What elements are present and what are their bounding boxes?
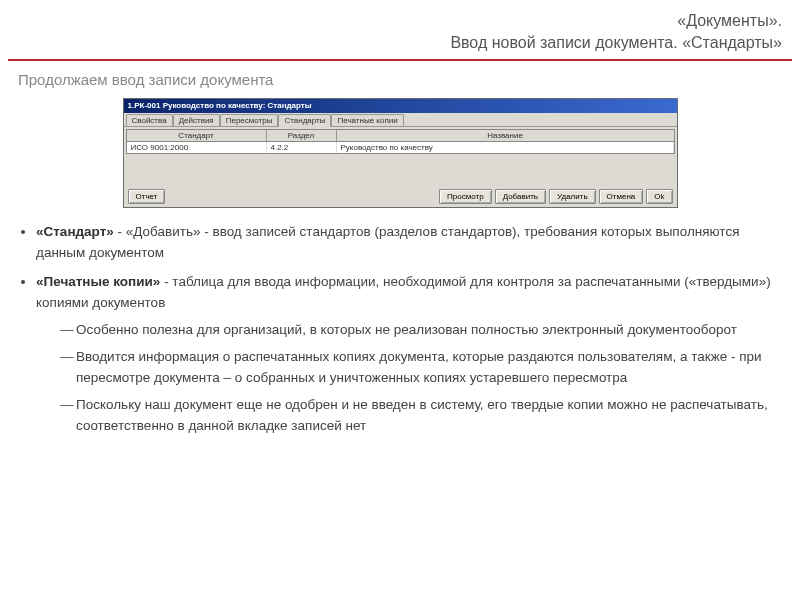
screenshot-container: 1.РК-001 Руководство по качеству: Станда… — [0, 98, 800, 208]
tab-properties[interactable]: Свойства — [126, 114, 173, 126]
sub-bullet-1: Особенно полезна для организаций, в кото… — [60, 320, 772, 341]
report-button[interactable]: Отчет — [128, 189, 166, 204]
table-row[interactable]: ИСО 9001:2000 4.2.2 Руководство по качес… — [127, 142, 674, 153]
bullet-2-label: «Печатные копии» — [36, 274, 160, 289]
bullet-1-text: - «Добавить» - ввод записей стандартов (… — [36, 224, 739, 260]
tab-actions[interactable]: Действия — [173, 114, 220, 126]
cancel-button[interactable]: Отмена — [599, 189, 644, 204]
ok-button[interactable]: Ok — [646, 189, 672, 204]
view-button[interactable]: Просмотр — [439, 189, 492, 204]
divider — [8, 59, 792, 61]
button-bar: Отчет Просмотр Добавить Удалить Отмена O… — [124, 186, 677, 207]
bullet-1: «Стандарт» - «Добавить» - ввод записей с… — [36, 222, 772, 264]
cell-name: Руководство по качеству — [337, 142, 674, 153]
add-button[interactable]: Добавить — [495, 189, 546, 204]
col-section[interactable]: Раздел — [267, 130, 337, 141]
subheading: Продолжаем ввод записи документа — [0, 71, 800, 98]
tab-printed-copies[interactable]: Печатные копии — [331, 114, 403, 126]
slide-title: «Документы». Ввод новой записи документа… — [0, 0, 800, 57]
delete-button[interactable]: Удалить — [549, 189, 596, 204]
col-name[interactable]: Название — [337, 130, 674, 141]
cell-section: 4.2.2 — [267, 142, 337, 153]
titlebar: 1.РК-001 Руководство по качеству: Станда… — [124, 99, 677, 113]
cell-standard: ИСО 9001:2000 — [127, 142, 267, 153]
sub-bullet-list: Особенно полезна для организаций, в кото… — [36, 320, 772, 437]
col-standard[interactable]: Стандарт — [127, 130, 267, 141]
sub-bullet-2: Вводится информация о распечатанных копи… — [60, 347, 772, 389]
table-area: Стандарт Раздел Название ИСО 9001:2000 4… — [126, 129, 675, 154]
blank-area — [124, 156, 677, 186]
title-line-2: Ввод новой записи документа. «Стандарты» — [18, 32, 782, 54]
tabs-row: Свойства Действия Пересмотры Стандарты П… — [124, 113, 677, 127]
sub-bullet-3: Поскольку наш документ еще не одобрен и … — [60, 395, 772, 437]
bullet-2: «Печатные копии» - таблица для ввода инф… — [36, 272, 772, 436]
table-header-row: Стандарт Раздел Название — [127, 130, 674, 142]
app-window: 1.РК-001 Руководство по качеству: Станда… — [123, 98, 678, 208]
tab-standards[interactable]: Стандарты — [278, 114, 331, 127]
bullet-list: «Стандарт» - «Добавить» - ввод записей с… — [0, 222, 800, 436]
bullet-1-label: «Стандарт» — [36, 224, 114, 239]
tab-revisions[interactable]: Пересмотры — [220, 114, 279, 126]
title-line-1: «Документы». — [18, 10, 782, 32]
